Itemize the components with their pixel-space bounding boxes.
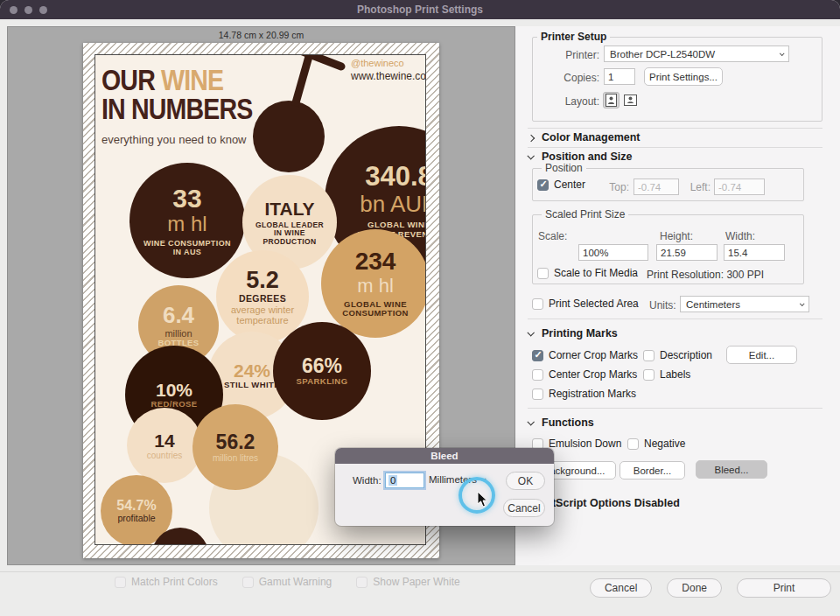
negative-row[interactable]: Negative [627,438,685,450]
negative-checkbox[interactable] [627,438,639,450]
print-settings-button[interactable]: Print Settings... [644,67,723,86]
poster-title: OUR WINE IN NUMBERS [102,66,252,124]
dialog-action-buttons: Cancel Done Print [590,578,831,598]
match-print-colors-row[interactable]: Match Print Colors [115,576,218,588]
zoom-window-icon[interactable] [39,6,47,14]
bleed-button[interactable]: Bleed... [696,460,767,479]
scale-to-fit-checkbox[interactable] [537,268,549,279]
divider [528,128,822,129]
bleed-dialog-title: Bleed [430,451,458,461]
center-crop-marks-checkbox[interactable] [532,369,543,381]
center-checkbox-row[interactable]: Center [537,178,585,191]
chevron-down-icon[interactable] [527,152,534,159]
landscape-orientation-icon [624,94,637,106]
section-postscript-options: PostScript Options Disabled [532,497,680,509]
title-bar: Photoshop Print Settings [0,0,840,19]
gamut-warning-row[interactable]: Gamut Warning [242,576,332,588]
document-dimensions-label: 14.78 cm x 20.99 cm [8,30,514,40]
chevron-down-icon[interactable] [527,418,534,425]
stat-circle-aus-consumption: 33 m hl WINE CONSUMPTION IN AUS [130,163,245,278]
units-label: Units: [649,299,676,312]
edit-button[interactable]: Edit... [726,346,797,364]
bleed-ok-button[interactable]: OK [506,472,545,490]
description-checkbox[interactable] [643,350,654,361]
cancel-button[interactable]: Cancel [590,578,652,598]
minimize-window-icon[interactable] [24,6,32,14]
stat-circle-countries: 14 countries [127,408,202,483]
show-paper-white-row[interactable]: Show Paper White [356,576,459,588]
print-selected-area-checkbox[interactable] [532,298,543,310]
poster-subtitle: everything you need to know [102,133,247,146]
height-input[interactable] [656,244,718,261]
bleed-width-input[interactable]: 0 [385,472,424,488]
scale-input[interactable] [578,244,648,261]
layout-label: Layout: [564,95,599,108]
chevron-right-icon[interactable] [528,135,535,142]
section-printing-marks[interactable]: Printing Marks [542,327,618,340]
mouse-cursor-icon [477,491,489,508]
registration-marks-checkbox[interactable] [532,388,543,400]
chevron-down-icon[interactable] [527,329,534,336]
printer-select[interactable]: Brother DCP-L2540DW [604,46,789,62]
registration-marks-label: Registration Marks [549,388,636,400]
labels-checkbox[interactable] [643,369,654,381]
top-input[interactable] [634,178,679,195]
labels-label: Labels [660,368,690,381]
website-url: www.thewine.co [351,70,426,83]
border-button[interactable]: Border... [620,461,685,480]
units-select[interactable]: Centimeters [680,296,809,312]
divider [528,147,822,148]
scaled-print-size-legend: Scaled Print Size [542,208,628,220]
section-position-and-size[interactable]: Position and Size [542,150,633,163]
center-label: Center [554,178,585,191]
match-print-colors-checkbox[interactable] [115,577,126,588]
corner-crop-marks-row[interactable]: Corner Crop Marks [532,349,638,361]
window-controls[interactable] [10,6,47,14]
center-crop-marks-row[interactable]: Center Crop Marks [532,368,637,381]
show-paper-white-label: Show Paper White [373,576,459,588]
footer-divider [0,571,840,572]
left-input[interactable] [714,178,765,195]
bleed-dialog-titlebar[interactable]: Bleed [335,448,554,464]
center-crop-marks-label: Center Crop Marks [549,368,637,381]
corner-crop-marks-label: Corner Crop Marks [549,349,638,361]
description-row[interactable]: Description [643,349,712,361]
gamut-warning-label: Gamut Warning [259,576,332,588]
print-settings-panel: Printer Setup Printer: Brother DCP-L2540… [515,26,840,565]
gamut-warning-checkbox[interactable] [242,577,254,588]
corner-crop-marks-checkbox[interactable] [532,350,543,361]
left-label: Left: [684,181,710,193]
center-checkbox[interactable] [537,179,549,191]
close-window-icon[interactable] [10,6,18,14]
layout-landscape-button[interactable] [622,92,639,108]
print-selected-area-label: Print Selected Area [549,298,639,310]
divider [528,408,822,409]
print-selected-area-row[interactable]: Print Selected Area [532,298,639,310]
photoshop-print-settings-window: Photoshop Print Settings 14.78 cm x 20.9… [0,0,840,616]
section-color-management[interactable]: Color Management [542,131,640,144]
width-input[interactable] [724,244,785,261]
position-legend: Position [542,162,586,174]
print-button[interactable]: Print [737,578,831,598]
print-resolution-label: Print Resolution: 300 PPI [647,269,764,281]
scale-to-fit-row[interactable]: Scale to Fit Media [537,267,638,279]
show-paper-white-checkbox[interactable] [356,577,368,588]
stat-circle-global-consumption: 234 m hl GLOBAL WINE CONSUMPTION [321,229,426,338]
emulsion-down-label: Emulsion Down [549,438,621,450]
labels-row[interactable]: Labels [643,368,690,381]
copies-input[interactable] [604,68,635,85]
scale-label: Scale: [538,230,567,242]
section-functions[interactable]: Functions [542,416,594,429]
preview-option-checkboxes: Match Print Colors Gamut Warning Show Pa… [115,576,460,588]
top-label: Top: [603,181,629,193]
done-button[interactable]: Done [667,578,722,598]
layout-portrait-button[interactable] [603,92,620,108]
height-label: Height: [660,230,693,242]
copies-label: Copies: [562,72,599,84]
printer-setup-legend: Printer Setup [537,31,610,43]
registration-marks-row[interactable]: Registration Marks [532,388,636,400]
chevron-down-icon [800,301,805,306]
divider [528,318,822,319]
bleed-cancel-button[interactable]: Cancel [503,499,545,517]
negative-label: Negative [644,438,685,450]
